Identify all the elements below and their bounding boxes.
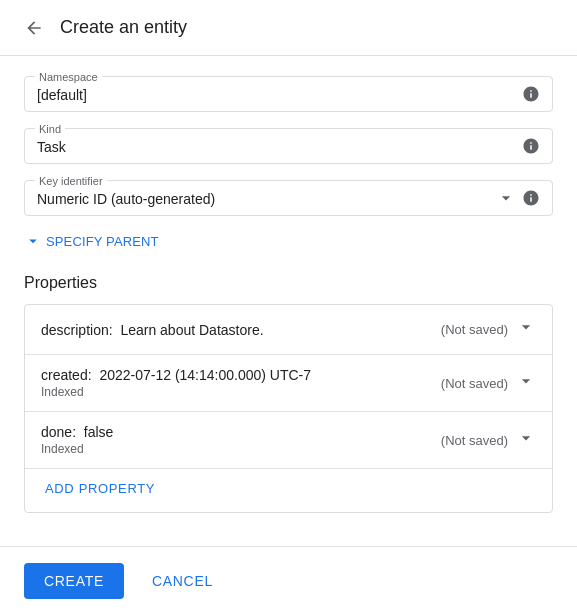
table-row[interactable]: done: false Indexed (Not saved) <box>25 412 552 469</box>
cancel-button[interactable]: CANCEL <box>136 563 229 599</box>
properties-section: Properties description: Learn about Data… <box>24 274 553 513</box>
not-saved-badge-description: (Not saved) <box>441 322 508 337</box>
expand-icon-created[interactable] <box>516 371 536 396</box>
key-identifier-label: Key identifier <box>35 175 107 187</box>
property-indexed-created: Indexed <box>41 385 441 399</box>
kind-value: Task <box>37 137 512 155</box>
property-left-done: done: false Indexed <box>41 424 441 456</box>
property-left-description: description: Learn about Datastore. <box>41 322 441 338</box>
key-identifier-dropdown-icon <box>496 188 516 208</box>
table-row[interactable]: description: Learn about Datastore. (Not… <box>25 305 552 355</box>
property-main-created: created: 2022-07-12 (14:14:00.000) UTC-7 <box>41 367 441 383</box>
property-value-done: false <box>84 424 114 440</box>
page-title: Create an entity <box>60 17 187 38</box>
back-button[interactable] <box>16 10 52 46</box>
form-content: Namespace [default] Kind Task Key identi… <box>0 56 577 549</box>
back-icon <box>24 18 44 38</box>
create-button[interactable]: CREATE <box>24 563 124 599</box>
expand-icon-description[interactable] <box>516 317 536 342</box>
expand-icon-done[interactable] <box>516 428 536 453</box>
property-main-done: done: false <box>41 424 441 440</box>
property-value-description: Learn about Datastore. <box>120 322 263 338</box>
key-identifier-help-icon[interactable] <box>522 189 540 207</box>
key-identifier-field[interactable]: Key identifier Numeric ID (auto-generate… <box>24 180 553 216</box>
not-saved-badge-done: (Not saved) <box>441 433 508 448</box>
not-saved-badge-created: (Not saved) <box>441 376 508 391</box>
table-row[interactable]: created: 2022-07-12 (14:14:00.000) UTC-7… <box>25 355 552 412</box>
add-property-button[interactable]: ADD PROPERTY <box>29 473 552 508</box>
property-key-done: done: <box>41 424 84 440</box>
kind-label: Kind <box>35 123 65 135</box>
chevron-down-icon <box>24 232 42 250</box>
namespace-field[interactable]: Namespace [default] <box>24 76 553 112</box>
property-right-created: (Not saved) <box>441 371 536 396</box>
namespace-value: [default] <box>37 85 512 103</box>
bottom-buttons: CREATE CANCEL <box>0 546 577 615</box>
specify-parent-label: SPECIFY PARENT <box>46 234 159 249</box>
add-property-row: ADD PROPERTY <box>25 469 552 512</box>
specify-parent-toggle[interactable]: SPECIFY PARENT <box>24 232 553 250</box>
property-right-description: (Not saved) <box>441 317 536 342</box>
kind-help-icon[interactable] <box>522 137 540 155</box>
key-identifier-value: Numeric ID (auto-generated) <box>37 189 482 207</box>
namespace-label: Namespace <box>35 71 102 83</box>
namespace-field-group: Namespace [default] <box>24 76 553 112</box>
key-identifier-field-group: Key identifier Numeric ID (auto-generate… <box>24 180 553 216</box>
property-left-created: created: 2022-07-12 (14:14:00.000) UTC-7… <box>41 367 441 399</box>
properties-table: description: Learn about Datastore. (Not… <box>24 304 553 513</box>
properties-title: Properties <box>24 274 553 292</box>
kind-field-group: Kind Task <box>24 128 553 164</box>
namespace-help-icon[interactable] <box>522 85 540 103</box>
property-key-description: description: <box>41 322 120 338</box>
property-value-created: 2022-07-12 (14:14:00.000) UTC-7 <box>99 367 311 383</box>
property-indexed-done: Indexed <box>41 442 441 456</box>
property-right-done: (Not saved) <box>441 428 536 453</box>
page-header: Create an entity <box>0 0 577 56</box>
kind-field[interactable]: Kind Task <box>24 128 553 164</box>
property-main-description: description: Learn about Datastore. <box>41 322 441 338</box>
property-key-created: created: <box>41 367 99 383</box>
